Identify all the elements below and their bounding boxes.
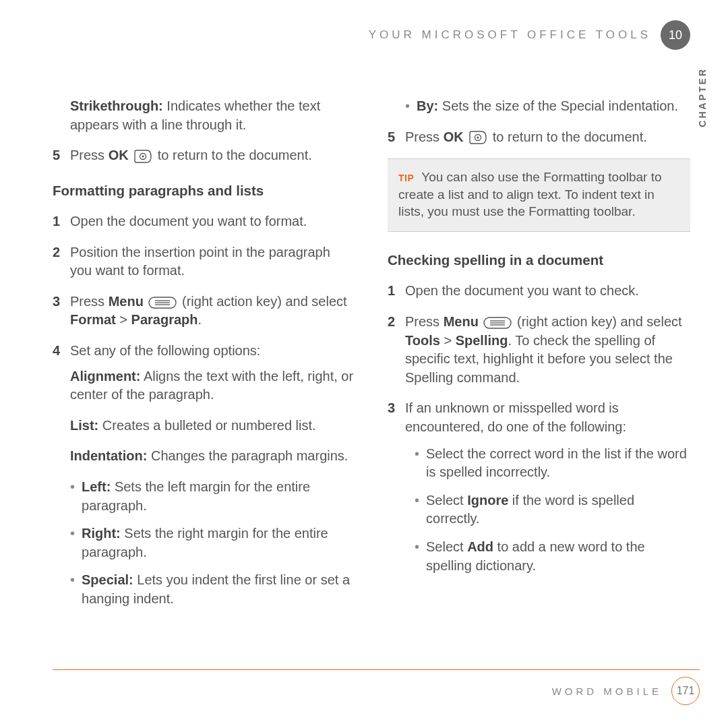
text: to return to the document.: [493, 129, 647, 144]
text: >: [116, 312, 131, 327]
tip-box: TIP You can also use the Formatting tool…: [388, 158, 690, 232]
ok-label: OK: [444, 129, 464, 144]
chapter-side-label: CHAPTER: [697, 67, 708, 127]
indentation-text: Changes the paragraph margins.: [147, 448, 348, 463]
ok-key-icon: [468, 130, 487, 145]
text: Press: [405, 129, 444, 144]
indentation-label: Indentation:: [70, 448, 147, 463]
format-step-3: 3 Press Menu (right action key) and sele…: [53, 293, 355, 330]
list-label: List:: [70, 418, 98, 433]
right-label: Right:: [82, 526, 121, 541]
right-step-5: 5 Press OK to return to the document.: [388, 128, 690, 147]
bullet-icon: •: [415, 491, 419, 528]
text: to return to the document.: [158, 148, 312, 162]
strikethrough-desc: Strikethrough: Indicates whether the tex…: [53, 97, 355, 134]
heading-formatting: Formatting paragraphs and lists: [53, 181, 355, 200]
footer-title: WORD MOBILE: [552, 686, 662, 697]
bullet-ignore: • Select Ignore if the word is spelled c…: [415, 491, 690, 528]
format-step-4: 4 Set any of the following options:: [53, 342, 355, 361]
by-label: By:: [417, 98, 438, 113]
bullet-icon: •: [70, 524, 75, 562]
step-body: Open the document you want to format.: [70, 212, 355, 231]
spelling-label: Spelling: [456, 333, 508, 348]
bullet-body: Left: Sets the left margin for the entir…: [82, 478, 355, 515]
menu-key-icon: [148, 297, 177, 309]
bullet-icon: •: [415, 445, 419, 482]
page-number-badge: 171: [671, 677, 700, 705]
check-step-1: 1 Open the document you want to check.: [388, 282, 690, 301]
strikethrough-label: Strikethrough:: [70, 98, 163, 113]
alignment-desc: Alignment: Aligns the text with the left…: [53, 367, 355, 404]
page-header: YOUR MICROSOFT OFFICE TOOLS 10: [53, 20, 690, 50]
menu-label: Menu: [444, 314, 479, 329]
bullet-body: By: Sets the size of the Special indenta…: [417, 97, 678, 116]
bullet-body: Select Add to add a new word to the spel…: [426, 538, 690, 575]
format-step-1: 1 Open the document you want to format.: [53, 212, 355, 231]
text: Press: [70, 294, 109, 309]
step-body: Press Menu (right action key) and select…: [70, 293, 355, 330]
bullet-body: Special: Lets you indent the first line …: [82, 571, 355, 608]
step-body: Press OK to return to the document.: [405, 128, 690, 147]
text: (right action key) and select: [517, 314, 682, 329]
ignore-label: Ignore: [467, 493, 508, 508]
menu-key-icon: [483, 317, 512, 329]
text: (right action key) and select: [182, 294, 347, 309]
bullet-body: Right: Sets the right margin for the ent…: [82, 524, 355, 562]
indent-bullets: • Left: Sets the left margin for the ent…: [53, 478, 355, 609]
step-number: 3: [388, 399, 397, 436]
bullet-select-correct: • Select the correct word in the list if…: [415, 445, 690, 482]
bullet-special: • Special: Lets you indent the first lin…: [70, 571, 355, 608]
text: Press: [70, 148, 109, 162]
bullet-icon: •: [415, 538, 419, 575]
list-text: Creates a bulleted or numbered list.: [98, 418, 315, 433]
heading-checking: Checking spelling in a document: [388, 251, 690, 270]
text: >: [440, 333, 456, 348]
step-number: 2: [388, 313, 397, 387]
list-desc: List: Creates a bulleted or numbered lis…: [53, 417, 355, 435]
bullet-left: • Left: Sets the left margin for the ent…: [70, 478, 355, 515]
tip-text: You can also use the Formatting toolbar …: [398, 170, 662, 218]
text: Select: [426, 539, 467, 554]
bullet-icon: •: [70, 571, 75, 608]
step-body: If an unknown or misspelled word is enco…: [405, 399, 690, 436]
check-step-3: 3 If an unknown or misspelled word is en…: [388, 399, 690, 436]
tools-label: Tools: [405, 333, 440, 348]
by-text: Sets the size of the Special indentation…: [438, 98, 678, 113]
content-columns: Strikethrough: Indicates whether the tex…: [53, 97, 690, 621]
bullet-add: • Select Add to add a new word to the sp…: [415, 538, 690, 575]
indentation-desc: Indentation: Changes the paragraph margi…: [53, 447, 355, 466]
check-step-3-bullets: • Select the correct word in the list if…: [388, 445, 690, 576]
step-body: Set any of the following options:: [70, 342, 355, 361]
left-text: Sets the left margin for the entire para…: [82, 479, 310, 513]
text: Press: [405, 314, 444, 329]
step-number: 4: [53, 342, 62, 361]
step-number: 3: [53, 293, 62, 330]
step-number: 1: [388, 282, 397, 301]
step-number: 5: [388, 128, 397, 147]
header-title: YOUR MICROSOFT OFFICE TOOLS: [369, 28, 651, 42]
indent-bullets-continued: • By: Sets the size of the Special inden…: [388, 97, 690, 116]
left-step-5: 5 Press OK to return to the document.: [53, 146, 355, 165]
text: .: [198, 312, 202, 327]
bullet-body: Select the correct word in the list if t…: [426, 445, 690, 482]
left-column: Strikethrough: Indicates whether the tex…: [53, 97, 355, 621]
svg-point-7: [477, 137, 479, 139]
format-label: Format: [70, 312, 116, 327]
menu-label: Menu: [109, 294, 144, 309]
bullet-right: • Right: Sets the right margin for the e…: [70, 524, 355, 562]
tip-label: TIP: [398, 173, 414, 183]
paragraph-label: Paragraph: [131, 312, 198, 327]
step-body: Position the insertion point in the para…: [70, 243, 355, 280]
page-footer: WORD MOBILE 171: [53, 669, 700, 705]
bullet-by: • By: Sets the size of the Special inden…: [405, 97, 690, 116]
alignment-label: Alignment:: [70, 369, 140, 384]
bullet-icon: •: [405, 97, 410, 116]
step-body: Open the document you want to check.: [405, 282, 690, 301]
add-label: Add: [467, 539, 493, 554]
bullet-body: Select Ignore if the word is spelled cor…: [426, 491, 690, 528]
step-body: Press Menu (right action key) and select…: [405, 313, 690, 387]
right-column: • By: Sets the size of the Special inden…: [388, 97, 690, 621]
text: Select: [426, 493, 467, 508]
bullet-icon: •: [70, 478, 75, 515]
step-number: 2: [53, 243, 62, 280]
